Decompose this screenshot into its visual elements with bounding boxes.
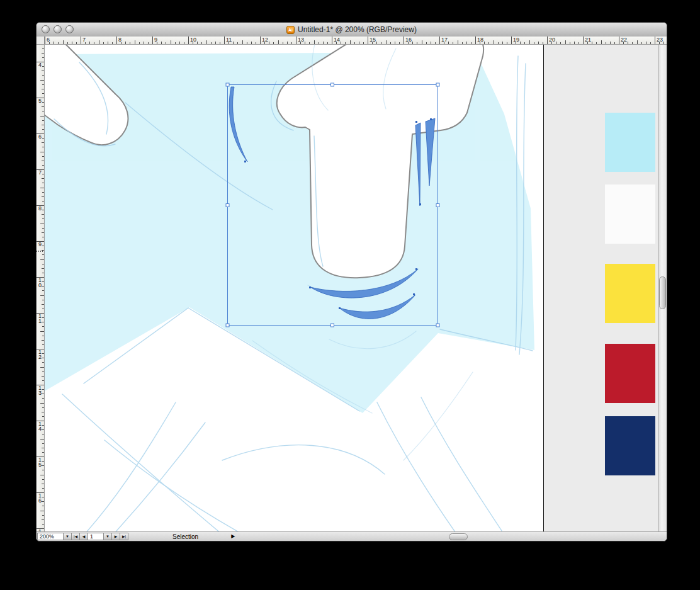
- v-ruler-tick: [42, 214, 44, 215]
- first-page-button[interactable]: |◀: [71, 533, 80, 540]
- h-ruler-tick: [619, 37, 619, 44]
- selection-handle[interactable]: [226, 324, 229, 327]
- h-ruler-tick: [99, 40, 99, 44]
- h-ruler-tick: [422, 40, 422, 44]
- h-ruler-tick: [601, 40, 602, 44]
- swatch-red[interactable]: [605, 344, 655, 403]
- next-page-button[interactable]: ▶: [111, 533, 120, 540]
- swatch-cyan[interactable]: [605, 113, 655, 172]
- illustrator-window: Ai Untitled-1* @ 200% (RGB/Preview) 6789…: [36, 22, 667, 542]
- h-ruler-tick: [579, 42, 579, 44]
- anchor-point[interactable]: [415, 268, 417, 270]
- maximize-button[interactable]: [65, 25, 74, 33]
- minimize-button[interactable]: [54, 25, 62, 33]
- h-ruler-tick: [538, 42, 539, 44]
- status-popup-arrow-icon[interactable]: ▶: [231, 534, 235, 539]
- h-ruler-tick: [570, 42, 570, 44]
- h-ruler[interactable]: 67891011121314151617181920212223: [45, 37, 667, 45]
- zoom-field[interactable]: 200%: [37, 533, 64, 540]
- v-ruler-tick: [42, 389, 44, 390]
- h-ruler-tick: [507, 42, 507, 44]
- h-ruler-tick: [363, 42, 364, 44]
- h-ruler-tick: [305, 42, 305, 44]
- h-ruler-tick: [368, 37, 368, 44]
- h-ruler-tick: [58, 42, 59, 44]
- last-page-button[interactable]: ▶|: [120, 533, 128, 540]
- h-ruler-tick: [498, 42, 499, 44]
- h-ruler-tick: [547, 37, 548, 44]
- anchor-point[interactable]: [309, 286, 311, 288]
- h-ruler-tick: [139, 42, 140, 44]
- v-ruler-tick: [42, 201, 44, 201]
- v-ruler-tick: [42, 75, 44, 76]
- sketch-line: [62, 394, 256, 531]
- h-scrollbar-thumb[interactable]: [449, 533, 468, 540]
- h-ruler-tick: [323, 42, 324, 44]
- h-ruler-tick: [529, 40, 530, 44]
- swatch-white[interactable]: [605, 184, 655, 244]
- v-scrollbar-thumb[interactable]: [659, 276, 666, 309]
- h-ruler-tick: [112, 42, 113, 44]
- prev-page-button[interactable]: ◀: [79, 533, 88, 540]
- selection-handle[interactable]: [226, 83, 229, 86]
- v-ruler-tick: [40, 511, 44, 511]
- h-ruler-tick: [72, 42, 72, 44]
- status-text[interactable]: Selection: [172, 533, 198, 540]
- h-ruler-label: 13: [298, 37, 304, 43]
- h-ruler-tick: [614, 42, 615, 44]
- v-ruler-label: 9: [38, 242, 42, 247]
- h-ruler-tick: [354, 42, 355, 44]
- v-ruler-tick: [42, 89, 44, 89]
- close-button[interactable]: [42, 25, 50, 33]
- selection-handle[interactable]: [331, 324, 334, 327]
- swatch-navy[interactable]: [605, 416, 655, 475]
- v-ruler-tick: [42, 53, 44, 54]
- v-ruler-tick: [40, 367, 44, 368]
- h-ruler-tick: [412, 42, 413, 44]
- h-ruler-tick: [76, 42, 77, 44]
- selection-handle[interactable]: [436, 324, 439, 327]
- h-ruler-tick: [390, 42, 391, 44]
- page-field[interactable]: 1: [88, 533, 104, 540]
- h-ruler-label: 8: [118, 37, 121, 43]
- anchor-point[interactable]: [339, 307, 341, 309]
- swatch-yellow[interactable]: [605, 264, 655, 323]
- v-ruler-label: 5: [38, 98, 42, 103]
- selection-handle[interactable]: [226, 204, 229, 207]
- v-ruler-label: 8: [38, 206, 42, 211]
- h-ruler-tick: [520, 42, 521, 44]
- pasteboard[interactable]: [544, 45, 658, 531]
- h-ruler-label: 20: [549, 37, 555, 43]
- v-ruler-tick: [42, 501, 44, 502]
- h-ruler-tick: [171, 40, 171, 44]
- zoom-dropdown-button[interactable]: ▼: [63, 533, 72, 540]
- h-ruler-tick: [431, 42, 431, 44]
- v-ruler-tick: [42, 165, 44, 166]
- h-ruler-tick: [475, 37, 476, 44]
- h-ruler-tick: [359, 42, 359, 44]
- selection-handle[interactable]: [436, 204, 439, 207]
- h-ruler-tick: [135, 40, 135, 44]
- v-ruler[interactable]: 4567891 01 11 21 31 41 51 61 7: [37, 45, 45, 531]
- h-ruler-tick: [458, 40, 458, 44]
- titlebar[interactable]: Ai Untitled-1* @ 200% (RGB/Preview): [37, 23, 667, 37]
- page-dropdown-button[interactable]: ▼: [103, 533, 112, 540]
- v-ruler-tick: [42, 111, 44, 111]
- anchor-point[interactable]: [419, 203, 421, 205]
- anchor-point[interactable]: [244, 161, 246, 162]
- v-ruler-tick: [42, 317, 44, 318]
- selection-handle[interactable]: [436, 83, 439, 86]
- ruler-origin-corner[interactable]: [37, 37, 45, 45]
- v-ruler-tick: [42, 448, 44, 448]
- v-scrollbar[interactable]: [658, 45, 667, 531]
- h-ruler-tick: [220, 42, 220, 44]
- anchor-point[interactable]: [415, 121, 417, 123]
- anchor-point[interactable]: [430, 118, 432, 120]
- v-ruler-tick: [42, 340, 44, 341]
- h-ruler-tick: [606, 42, 606, 44]
- v-ruler-tick: [42, 237, 44, 237]
- canvas[interactable]: [45, 45, 658, 531]
- h-ruler-tick: [655, 37, 655, 44]
- anchor-point[interactable]: [413, 293, 415, 295]
- selection-handle[interactable]: [331, 83, 334, 86]
